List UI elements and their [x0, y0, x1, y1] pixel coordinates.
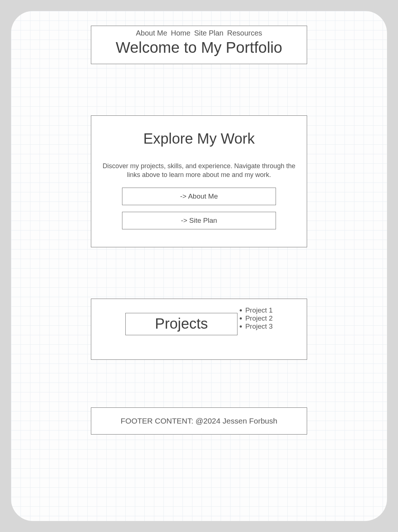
about-me-button[interactable]: -> About Me — [122, 188, 276, 205]
projects-title-box: Projects — [125, 313, 238, 335]
list-item: Project 2 — [239, 314, 273, 322]
project-list: Project 1 Project 2 Project 3 — [239, 306, 273, 330]
projects-block: Projects Project 1 Project 2 Project 3 — [91, 299, 307, 360]
footer-block: FOOTER CONTENT: @2024 Jessen Forbush — [91, 407, 307, 435]
projects-title: Projects — [155, 315, 208, 332]
nav-bar: About Me Home Site Plan Resources — [95, 29, 303, 37]
page-title: Welcome to My Portfolio — [95, 39, 303, 56]
explore-block: Explore My Work Discover my projects, sk… — [91, 115, 307, 247]
list-item: Project 1 — [239, 306, 273, 314]
explore-title: Explore My Work — [99, 130, 299, 147]
nav-home[interactable]: Home — [171, 29, 190, 37]
site-plan-button[interactable]: -> Site Plan — [122, 212, 276, 229]
list-item: Project 3 — [239, 322, 273, 330]
header-block: About Me Home Site Plan Resources Welcom… — [91, 26, 307, 64]
explore-description: Discover my projects, skills, and experi… — [99, 162, 299, 180]
footer-text: FOOTER CONTENT: @2024 Jessen Forbush — [121, 417, 277, 425]
nav-resources[interactable]: Resources — [227, 29, 262, 37]
nav-about[interactable]: About Me — [136, 29, 167, 37]
wireframe-page: About Me Home Site Plan Resources Welcom… — [11, 11, 387, 521]
nav-siteplan[interactable]: Site Plan — [194, 29, 224, 37]
